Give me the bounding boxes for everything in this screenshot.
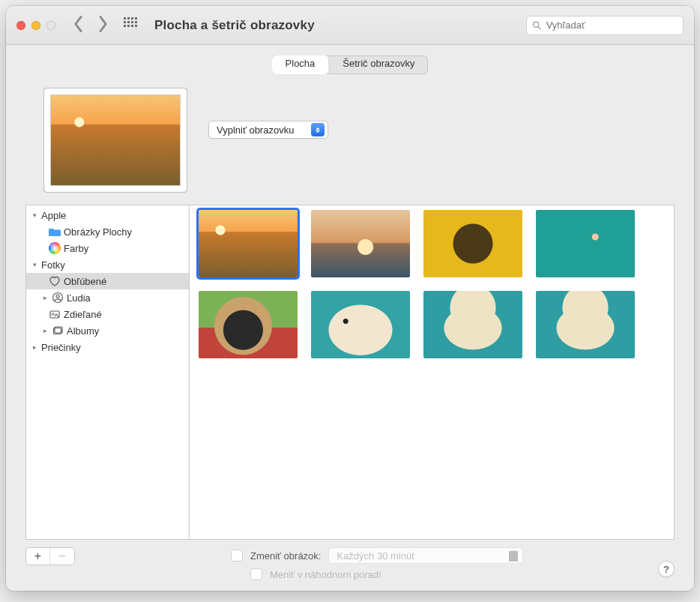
tree-item-label: Ľudia	[67, 292, 91, 304]
change-options: Zmeniť obrázok: Každých 30 minút Meniť v…	[231, 547, 523, 580]
pane-body: Plocha Šetrič obrazovky Vyplniť obrazovk…	[6, 45, 694, 591]
color-wheel-icon	[49, 242, 61, 254]
fill-mode-value: Vyplniť obrazovku	[217, 124, 294, 136]
forward-button[interactable]	[97, 15, 109, 36]
svg-rect-7	[135, 21, 137, 23]
wallpaper-thumbnail[interactable]	[199, 210, 298, 277]
tree-group-label: Fotky	[41, 259, 65, 271]
source-tree[interactable]: ▾ Apple Obrázky Plochy	[25, 205, 189, 540]
svg-rect-3	[135, 17, 137, 19]
disclosure-triangle-icon[interactable]: ▸	[41, 327, 49, 334]
change-interval-popup: Každých 30 minút	[328, 547, 523, 564]
wallpaper-thumbnail[interactable]	[423, 210, 522, 277]
tree-item-desktop-pictures[interactable]: Obrázky Plochy	[26, 223, 189, 240]
tree-item-label: Zdieľané	[64, 309, 102, 320]
tree-item-label: Obrázky Plochy	[64, 226, 132, 238]
svg-rect-9	[127, 25, 130, 27]
svg-rect-0	[124, 17, 126, 19]
preferences-window: Plocha a šetrič obrazovky Plocha Šetrič …	[6, 6, 694, 591]
current-wallpaper-preview	[43, 88, 187, 193]
shared-icon	[49, 308, 61, 320]
tree-item-colors[interactable]: Farby	[26, 240, 189, 256]
wallpaper-thumbnail[interactable]	[423, 291, 522, 358]
svg-rect-6	[131, 21, 133, 23]
svg-point-14	[49, 242, 61, 254]
wallpaper-thumbnail[interactable]	[311, 210, 410, 277]
person-circle-icon	[52, 292, 64, 304]
add-remove-group: + −	[25, 547, 75, 565]
tree-item-favorites[interactable]: Obľúbené	[26, 273, 189, 289]
svg-point-18	[52, 313, 54, 316]
tab-screensaver[interactable]: Šetrič obrazovky	[329, 55, 428, 74]
remove-source-button[interactable]: −	[50, 548, 74, 565]
svg-rect-11	[135, 25, 137, 27]
popup-stepper-icon	[311, 123, 325, 136]
change-picture-checkbox[interactable]	[231, 550, 243, 562]
tab-segmented-control: Plocha Šetrič obrazovky	[272, 55, 429, 74]
zoom-window-button[interactable]	[46, 21, 55, 30]
back-button[interactable]	[72, 15, 85, 36]
footer: + − Zmeniť obrázok: Každých 30 minút Men…	[25, 547, 675, 580]
heart-icon	[49, 275, 61, 287]
disclosure-triangle-icon[interactable]: ▾	[31, 261, 38, 268]
albums-icon	[52, 325, 64, 337]
tree-group-label: Apple	[41, 210, 66, 221]
search-field[interactable]	[526, 16, 684, 35]
svg-rect-2	[131, 17, 133, 19]
disclosure-triangle-icon[interactable]: ▸	[41, 294, 49, 301]
add-source-button[interactable]: +	[26, 548, 50, 565]
tab-desktop[interactable]: Plocha	[272, 55, 330, 74]
minimize-window-button[interactable]	[31, 21, 40, 30]
search-input[interactable]	[546, 19, 678, 31]
tree-group-apple[interactable]: ▾ Apple	[26, 207, 189, 223]
disclosure-triangle-icon[interactable]: ▾	[31, 211, 38, 219]
wallpaper-thumbnail[interactable]	[536, 291, 635, 358]
svg-point-16	[56, 295, 59, 298]
nav-arrows	[72, 15, 109, 36]
tree-group-label: Priečinky	[41, 342, 81, 353]
svg-rect-5	[127, 21, 130, 23]
help-button[interactable]: ?	[658, 561, 675, 577]
random-order-checkbox	[250, 568, 262, 580]
tree-group-folders[interactable]: ▸ Priečinky	[26, 339, 189, 355]
tree-item-label: Obľúbené	[64, 276, 106, 287]
tree-item-shared[interactable]: Zdieľané	[26, 306, 189, 322]
change-picture-label: Zmeniť obrázok:	[250, 550, 321, 562]
svg-rect-4	[124, 21, 126, 23]
svg-line-13	[538, 26, 540, 28]
tree-item-label: Farby	[64, 243, 88, 254]
wallpaper-thumbnail[interactable]	[199, 291, 298, 358]
popup-stepper-icon	[510, 550, 517, 556]
close-window-button[interactable]	[16, 21, 25, 30]
show-all-prefs-button[interactable]	[123, 16, 138, 34]
window-controls	[16, 21, 55, 30]
fill-mode-popup[interactable]: Vyplniť obrazovku	[208, 121, 328, 139]
tree-group-photos[interactable]: ▾ Fotky	[26, 256, 189, 273]
disclosure-triangle-icon[interactable]: ▸	[31, 343, 38, 351]
window-title: Plocha a šetrič obrazovky	[154, 18, 315, 33]
tree-item-people[interactable]: ▸ Ľudia	[26, 289, 189, 306]
tree-item-albums[interactable]: ▸ Albumy	[26, 322, 189, 339]
tree-item-label: Albumy	[67, 325, 99, 337]
titlebar: Plocha a šetrič obrazovky	[6, 6, 694, 45]
svg-rect-1	[127, 17, 130, 19]
folder-icon	[49, 226, 61, 238]
svg-rect-8	[124, 25, 126, 27]
wallpaper-grid[interactable]	[189, 205, 675, 540]
search-icon	[532, 20, 542, 31]
wallpaper-thumbnail[interactable]	[311, 291, 410, 358]
random-order-label: Meniť v náhodnom poradí	[270, 569, 381, 580]
change-interval-value: Každých 30 minút	[337, 550, 414, 562]
wallpaper-thumbnail[interactable]	[536, 210, 635, 277]
svg-rect-10	[131, 25, 133, 27]
